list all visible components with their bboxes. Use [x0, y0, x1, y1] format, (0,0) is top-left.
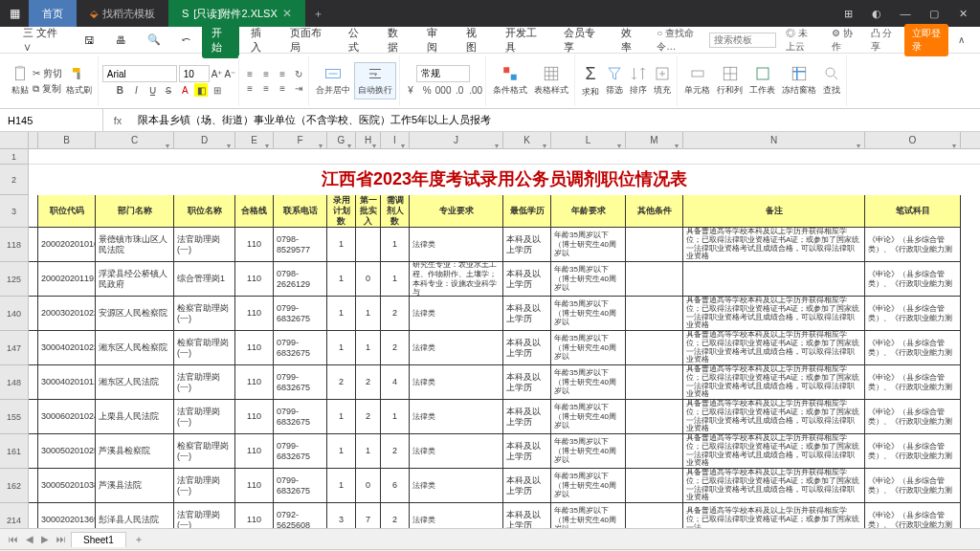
cell-tel[interactable]: 0792-5625608	[274, 503, 327, 528]
sum-button[interactable]: Σ求和	[579, 62, 602, 100]
sort-button[interactable]: 排序	[627, 63, 650, 99]
align-top-icon[interactable]: ≡	[243, 67, 256, 80]
minimize-icon[interactable]: —	[892, 4, 919, 23]
promo-icon[interactable]: ⊞	[835, 4, 861, 23]
cell-plan[interactable]: 1	[327, 469, 356, 503]
cell-exam[interactable]: 《申论》（县乡综合管类）、《行政职业能力测	[865, 365, 961, 400]
cell-other[interactable]	[626, 469, 683, 503]
row-hdr-2[interactable]: 2	[0, 165, 29, 195]
share-button[interactable]: 凸 分享	[865, 25, 901, 55]
font-name-select[interactable]	[102, 65, 177, 82]
cell-pos[interactable]: 法官助理岗(一)	[174, 400, 235, 434]
cell-plan[interactable]: 3	[327, 503, 356, 528]
cell-in[interactable]: 2	[356, 400, 381, 434]
col-E[interactable]: E▾	[235, 132, 274, 148]
cell-other[interactable]	[626, 297, 683, 331]
cell-exam[interactable]: 《申论》（县乡综合管类）、《行政职业能力测	[865, 503, 961, 528]
dec-inc-icon[interactable]: .0	[453, 83, 466, 97]
align-center-icon[interactable]: ≡	[259, 81, 273, 95]
cell-exam[interactable]: 《申论》（县乡综合管类）、《行政职业能力测	[865, 331, 961, 365]
cell-line[interactable]: 110	[235, 262, 274, 297]
sheet-button[interactable]: 工作表	[746, 63, 778, 99]
cell-pos[interactable]: 综合管理岗1	[174, 262, 235, 297]
col-D[interactable]: D▾	[174, 132, 235, 148]
cell-age[interactable]: 年龄35周岁以下（博士研究生40周岁以	[551, 503, 626, 528]
cell-note[interactable]: 具备普通高等学校本科及以上学历并获得相应学位；已取得法律职业资格证书A证；或参加…	[683, 503, 865, 528]
cell-line[interactable]: 110	[235, 365, 274, 400]
cell-pos[interactable]: 检察官助理岗(一)	[174, 297, 235, 331]
cell-plan[interactable]: 1	[327, 228, 356, 262]
cell-plan[interactable]: 1	[327, 262, 356, 297]
cell-code[interactable]: 300050201025	[38, 434, 96, 469]
col-I[interactable]: I▾	[381, 132, 410, 148]
cell-note[interactable]: 具备普通高等学校本科及以上学历并获得相应学位；已取得法律职业资格证书A证；或参加…	[683, 228, 865, 262]
font-color-icon[interactable]: A	[178, 83, 191, 97]
wrap-button[interactable]: 自动换行	[354, 62, 396, 99]
cell-edu[interactable]: 本科及以上学历	[503, 262, 551, 297]
col-O[interactable]: O▾	[865, 132, 961, 148]
cell-plan[interactable]: 1	[327, 434, 356, 469]
filter-drop-icon[interactable]: ▾	[163, 138, 172, 147]
cell-dept[interactable]: 浮梁县经公桥镇人民政府	[96, 262, 174, 297]
table-style-button[interactable]: 表格样式	[531, 63, 571, 99]
cell-tel[interactable]: 0799-6832675	[274, 331, 327, 365]
col-J[interactable]: J▾	[410, 132, 503, 148]
col-L[interactable]: L▾	[551, 132, 626, 148]
italic-icon[interactable]: I	[129, 83, 143, 97]
menu-efficiency[interactable]: 效率	[612, 22, 649, 58]
sheet-grid[interactable]: B C▾ D▾ E▾ F▾ G▾ H▾ I▾ J▾ K▾ L▾ M▾ N▾ O▾…	[0, 132, 980, 528]
search-cmd[interactable]: ○ 查找命令…	[651, 25, 705, 55]
cell-code[interactable]: 200020201016	[38, 228, 96, 262]
cell-plan[interactable]: 1	[327, 331, 356, 365]
cell-line[interactable]: 110	[235, 400, 274, 434]
cell-in[interactable]: 2	[356, 365, 381, 400]
tab-prev-icon[interactable]: ◀	[23, 534, 36, 544]
login-button[interactable]: 立即登录	[904, 24, 948, 56]
cell-exam[interactable]: 《申论》（县乡综合管类）、《行政职业能力测	[865, 262, 961, 297]
cell-exam[interactable]: 《申论》（县乡综合管类）、《行政职业能力测	[865, 228, 961, 262]
row-hdr[interactable]: 161	[0, 434, 29, 469]
cell-dept[interactable]: 安源区人民检察院	[96, 297, 174, 331]
cut-button[interactable]: ✂ 剪切	[33, 67, 62, 80]
cell-note[interactable]: 具备普通高等学校本科及以上学历并获得相应学位；已取得法律职业资格证书A证；或参加…	[683, 434, 865, 469]
cell-in[interactable]	[356, 228, 381, 262]
menu-start[interactable]: 开始	[202, 22, 239, 58]
cell-major[interactable]: 法律类	[410, 331, 503, 365]
cell-note[interactable]: 具备普通高等学校本科及以上学历并获得相应学位；已取得法律职业资格证书A证；或参加…	[683, 400, 865, 434]
cloud-status[interactable]: ◎ 未上云	[780, 25, 823, 55]
cell-exam[interactable]: 《申论》（县乡综合管类）、《行政职业能力测	[865, 400, 961, 434]
cell-tel[interactable]: 0799-6832675	[274, 400, 327, 434]
menu-member[interactable]: 会员专享	[554, 22, 610, 58]
row-hdr[interactable]: 214	[0, 503, 29, 528]
collab-button[interactable]: ⚙ 协作	[826, 25, 860, 55]
collapse-ribbon-icon[interactable]: ∧	[952, 33, 970, 47]
cell-in[interactable]: 0	[356, 262, 381, 297]
cell-need[interactable]: 2	[381, 434, 410, 469]
formula-input[interactable]: 限本县乡镇（场、街道）事业单位（不含学校、医院）工作5年以上人员报考	[132, 113, 980, 127]
cond-format-button[interactable]: 条件格式	[490, 63, 530, 99]
cell-exam[interactable]: 《申论》（县乡综合管类）、《行政职业能力测	[865, 434, 961, 469]
cell-edu[interactable]: 本科及以上学历	[503, 469, 551, 503]
cell-tel[interactable]: 0799-6832675	[274, 365, 327, 400]
cell-major[interactable]: 法律类	[410, 469, 503, 503]
add-sheet-icon[interactable]: ＋	[128, 531, 149, 548]
cell-need[interactable]: 4	[381, 365, 410, 400]
cell-dept[interactable]: 湘东区人民法院	[96, 365, 174, 400]
menu-formula[interactable]: 公式	[339, 22, 376, 58]
cell-age[interactable]: 年龄35周岁以下（博士研究生40周岁以	[551, 400, 626, 434]
freeze-button[interactable]: 冻结窗格	[779, 63, 819, 99]
border-icon[interactable]: ⊞	[211, 83, 224, 97]
qat-preview[interactable]: 🔍	[138, 30, 170, 50]
qat-save[interactable]: 🖫	[75, 31, 104, 50]
cell-dept[interactable]: 芦溪县法院	[96, 469, 174, 503]
cell-major[interactable]: 法律类	[410, 228, 503, 262]
tab-last-icon[interactable]: ⏭	[54, 534, 69, 544]
cell-age[interactable]: 年龄35周岁以下（博士研究生40周岁以	[551, 434, 626, 469]
indent-icon[interactable]: ⇥	[292, 81, 305, 95]
insert-function-icon[interactable]: fx	[103, 115, 132, 126]
search-template-input[interactable]	[709, 33, 776, 48]
cell-need[interactable]: 2	[381, 331, 410, 365]
cell-edu[interactable]: 本科及以上学历	[503, 331, 551, 365]
cell-other[interactable]	[626, 434, 683, 469]
menu-insert[interactable]: 插入	[241, 22, 278, 58]
